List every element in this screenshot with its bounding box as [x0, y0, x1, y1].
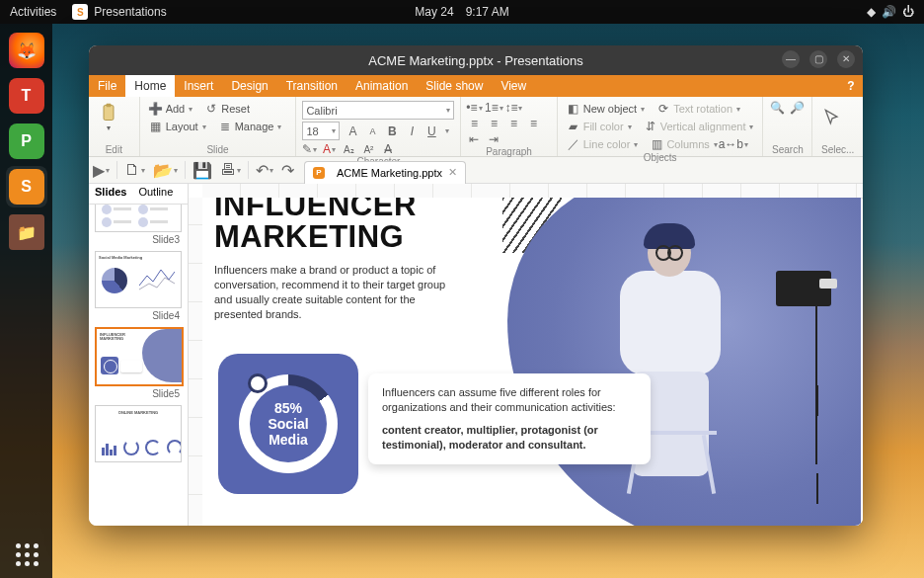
shrink-font-icon[interactable]: A — [365, 124, 379, 138]
new-object-button[interactable]: ◧New object▾ — [564, 101, 648, 117]
window-maximize[interactable]: ▢ — [809, 50, 827, 68]
reset-slide-button[interactable]: ↺Reset — [201, 101, 253, 117]
menu-insert[interactable]: Insert — [175, 75, 222, 97]
manage-icon: ≣ — [218, 120, 232, 133]
underline-icon[interactable]: U — [424, 124, 438, 138]
tripod-icon — [815, 306, 817, 464]
start-slideshow-button[interactable]: ▶▾ — [89, 157, 114, 183]
align-justify-icon[interactable]: ≡ — [526, 117, 540, 130]
slide-thumb-2[interactable]: OUR OUR TEAM — [95, 205, 182, 232]
menu-view[interactable]: View — [492, 75, 535, 97]
dock-presentations[interactable]: S — [6, 166, 47, 207]
window-close[interactable]: ✕ — [837, 50, 855, 68]
line-color-button[interactable]: ／Line color▾ — [564, 136, 642, 152]
horizontal-ruler — [202, 184, 863, 199]
svg-rect-4 — [110, 450, 113, 455]
line-icon: ／ — [567, 137, 580, 151]
subscript-icon[interactable]: A₂ — [342, 142, 355, 156]
manage-button[interactable]: ≣Manage▾ — [215, 119, 285, 134]
align-right-icon[interactable]: ≡ — [506, 117, 520, 130]
align-center-icon[interactable]: ≡ — [487, 117, 500, 130]
slide-thumb-3[interactable]: Social Media Marketing — [95, 251, 182, 308]
svg-rect-5 — [114, 446, 116, 455]
undo-button[interactable]: ↶▾ — [252, 157, 277, 183]
vertical-align-button[interactable]: ⇵Vertical alignment▾ — [641, 119, 757, 134]
font-size-select[interactable]: 18▾ — [302, 122, 340, 140]
bullets-icon[interactable]: •≡▾ — [467, 101, 481, 115]
fill-color-button[interactable]: ▰Fill color▾ — [564, 119, 635, 134]
clear-format-icon[interactable]: A̶ — [381, 142, 395, 156]
columns-button[interactable]: ▥Columns▾ — [647, 136, 720, 152]
layout-button[interactable]: ▦Layout▾ — [146, 119, 209, 134]
paste-button[interactable]: ▾ — [95, 101, 122, 134]
clock-time[interactable]: 9:17 AM — [466, 5, 509, 19]
app-grid-button[interactable] — [16, 543, 38, 566]
text-rotation-button[interactable]: ⟳Text rotation▾ — [654, 101, 743, 117]
app-indicator-icon: S — [72, 4, 88, 20]
slide-body-text[interactable]: Influencers make a brand or product a to… — [214, 263, 451, 322]
activities-button[interactable]: Activities — [10, 5, 56, 19]
select-tool[interactable] — [818, 101, 846, 134]
app-indicator-label[interactable]: Presentations — [94, 5, 166, 19]
slide-title[interactable]: INFLUENCERMARKETING — [214, 198, 417, 253]
bold-icon[interactable]: B — [385, 124, 399, 138]
align-left-icon[interactable]: ≡ — [467, 117, 481, 130]
dock-firefox[interactable]: 🦊 — [6, 30, 47, 71]
menu-animation[interactable]: Animation — [346, 75, 417, 97]
add-slide-button[interactable]: ➕Add▾ — [146, 101, 196, 117]
slide-content[interactable]: INFLUENCERMARKETING Influencers make a b… — [202, 198, 861, 526]
slide-panel: Slides Outline OUR OUR TEAM Slide3 Soci — [89, 184, 189, 526]
find-next-icon[interactable]: 🔎 — [791, 101, 805, 115]
plus-icon: ➕ — [149, 102, 163, 116]
window-title: ACME Marketing.pptx - Presentations — [368, 53, 582, 68]
stat-card[interactable]: 85% Social Media — [218, 354, 358, 494]
outdent-icon[interactable]: ⇤ — [467, 132, 481, 146]
new-file-button[interactable]: 🗋▾ — [120, 157, 149, 183]
dock-textmaker[interactable]: T — [6, 75, 47, 117]
menu-design[interactable]: Design — [222, 75, 276, 97]
menu-slideshow[interactable]: Slide show — [417, 75, 492, 97]
indent-icon[interactable]: ⇥ — [487, 132, 500, 146]
power-icon[interactable]: ⏻ — [902, 5, 914, 19]
shapes-icon: ◧ — [567, 102, 580, 116]
window-minimize[interactable]: — — [782, 50, 800, 68]
redo-button[interactable]: ↷ — [277, 157, 298, 183]
dock-files[interactable]: 📁 — [6, 211, 47, 253]
superscript-icon[interactable]: A² — [361, 142, 375, 156]
spacing-icon[interactable]: a↔b▾ — [727, 137, 740, 151]
font-family-select[interactable]: Calibri▾ — [302, 101, 454, 120]
linespacing-icon[interactable]: ↕≡▾ — [506, 101, 520, 115]
thumb-label-5: Slide5 — [95, 388, 182, 399]
callout-line2: content creator, multiplier, protagonist… — [382, 423, 637, 453]
volume-icon[interactable]: 🔊 — [882, 5, 896, 19]
document-tab[interactable]: P ACME Marketing.pptx ✕ — [304, 161, 466, 184]
desktop-topbar: Activities S Presentations May 24 9:17 A… — [0, 0, 924, 24]
highlight-color-icon[interactable]: ✎▾ — [302, 142, 316, 156]
clock-date[interactable]: May 24 — [415, 5, 453, 19]
print-button[interactable]: 🖶▾ — [216, 157, 245, 183]
dock-planmaker[interactable]: P — [6, 121, 47, 162]
slide-thumb-4[interactable]: INFLUENCERMARKETING — [95, 327, 184, 386]
italic-icon[interactable]: I — [405, 124, 419, 138]
font-color-icon[interactable]: A▾ — [322, 142, 336, 156]
callout-card[interactable]: Influencers can assume five different ro… — [368, 373, 651, 464]
grow-font-icon[interactable]: A — [346, 124, 359, 138]
open-file-button[interactable]: 📂▾ — [149, 157, 182, 183]
slide-thumb-5[interactable]: ONLINE MARKETING — [95, 405, 182, 462]
network-icon[interactable]: ◆ — [867, 5, 876, 19]
thumb-label-3: Slide3 — [95, 234, 182, 245]
svg-rect-3 — [106, 444, 109, 455]
tab-slides[interactable]: Slides — [89, 184, 132, 204]
menu-home[interactable]: Home — [125, 75, 175, 97]
menu-file[interactable]: File — [89, 75, 125, 97]
numbering-icon[interactable]: 1≡▾ — [487, 101, 500, 115]
close-tab-icon[interactable]: ✕ — [448, 166, 457, 179]
menu-help[interactable]: ? — [839, 75, 863, 97]
slide-canvas[interactable]: INFLUENCERMARKETING Influencers make a b… — [189, 184, 863, 526]
ring-percent: 85% — [274, 400, 302, 416]
save-button[interactable]: 💾 — [189, 157, 216, 183]
menu-transition[interactable]: Transition — [277, 75, 346, 97]
tab-outline[interactable]: Outline — [132, 184, 179, 204]
find-icon[interactable]: 🔍 — [771, 101, 785, 115]
camera-icon — [776, 271, 831, 306]
